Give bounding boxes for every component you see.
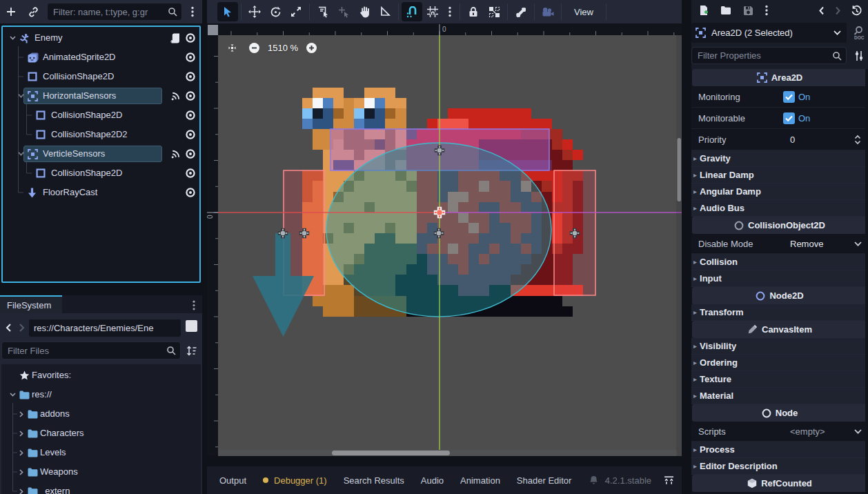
ruler-tool-button[interactable] [375, 2, 395, 21]
new-resource-button[interactable] [696, 2, 712, 19]
history-list-button[interactable] [848, 2, 865, 19]
bottom-tab-output[interactable]: Output [211, 475, 255, 486]
signal-badge[interactable] [170, 149, 181, 159]
group-editor-description[interactable]: ▸Editor Description [691, 458, 868, 475]
group-process[interactable]: ▸Process [691, 442, 868, 458]
filesystem-menu-dots[interactable] [188, 297, 200, 313]
collapse-arrow-icon[interactable] [19, 469, 23, 475]
scene-menu-dots[interactable] [186, 3, 199, 20]
bottom-tab-search[interactable]: Search Results [335, 475, 413, 486]
spin-value[interactable]: 0 [790, 135, 795, 145]
camera-override-button[interactable] [537, 2, 558, 21]
category-area2d[interactable]: Area2D [692, 69, 867, 86]
visibility-eye-icon[interactable] [185, 32, 196, 43]
move-tool-button[interactable] [244, 2, 265, 21]
expand-arrow-icon[interactable] [18, 152, 24, 156]
grid-snap-button[interactable] [422, 2, 443, 21]
visibility-toggle[interactable] [185, 168, 196, 179]
expand-arrow-icon[interactable] [10, 393, 16, 397]
visibility-toggle[interactable] [185, 71, 196, 82]
group-linear-damp[interactable]: ▸Linear Damp [691, 167, 868, 184]
bottom-tab-debugger[interactable]: Debugger (1) [255, 475, 335, 486]
zoom-in-button[interactable] [306, 43, 317, 53]
fs-display-mode-button[interactable] [186, 320, 197, 332]
position-select-button[interactable] [333, 2, 354, 21]
visibility-eye-icon[interactable] [185, 187, 196, 198]
visibility-eye-icon[interactable] [185, 71, 196, 82]
inspector-filter-input[interactable]: Filter Properties [691, 47, 847, 64]
tree-expand-arrow[interactable] [18, 152, 24, 156]
fs-nav-back-button[interactable] [3, 319, 14, 337]
fs-path-field[interactable]: res://Characters/Enemies/Ene [29, 319, 181, 337]
visibility-eye-icon[interactable] [185, 110, 196, 121]
visibility-toggle[interactable] [185, 52, 196, 63]
history-forward-button[interactable] [831, 2, 844, 19]
skeleton-button[interactable] [511, 2, 531, 21]
scene-tree-row[interactable]: AnimatedSprite2D [3, 48, 199, 67]
category-node[interactable]: Node [692, 404, 867, 422]
tree-expand-arrow[interactable] [19, 469, 23, 475]
tree-expand-arrow[interactable] [19, 450, 23, 456]
tab-filesystem[interactable]: FileSystem [0, 295, 62, 313]
signal-badge[interactable] [170, 91, 181, 101]
dropdown-value[interactable]: <empty> [790, 426, 825, 437]
zoom-percent-label[interactable]: 1510 % [268, 43, 298, 53]
visibility-toggle[interactable] [185, 32, 196, 43]
notification-bell-icon[interactable] [589, 475, 598, 485]
category-canvasitem[interactable]: CanvasItem [692, 321, 867, 338]
visibility-eye-icon[interactable] [185, 90, 196, 101]
category-node2d[interactable]: Node2D [692, 287, 867, 304]
scene-tree-row[interactable]: CollisionShape2D [3, 164, 199, 183]
visibility-eye-icon[interactable] [185, 52, 196, 63]
scene-tree-row[interactable]: CollisionShape2D2 [3, 125, 199, 144]
expand-arrow-icon[interactable] [10, 36, 16, 40]
visibility-eye-icon[interactable] [185, 148, 196, 159]
collapse-arrow-icon[interactable] [19, 488, 23, 494]
visibility-toggle[interactable] [185, 187, 196, 198]
fs-tree-row[interactable]: addons [1, 404, 201, 424]
tree-expand-arrow[interactable] [19, 431, 23, 437]
zoom-out-button[interactable] [249, 43, 259, 53]
lock-button[interactable] [463, 2, 484, 21]
collapse-arrow-icon[interactable] [19, 431, 23, 437]
view-menu-button[interactable]: View [564, 7, 603, 17]
tree-expand-arrow[interactable] [19, 411, 23, 417]
tree-expand-arrow[interactable] [18, 94, 24, 98]
checkbox-checked[interactable] [783, 91, 795, 103]
collapse-arrow-icon[interactable] [19, 411, 23, 417]
group-button[interactable] [484, 2, 504, 21]
visibility-eye-icon[interactable] [185, 168, 196, 179]
center-view-icon[interactable] [227, 43, 237, 53]
inspector-scrollbar[interactable] [865, 69, 868, 494]
scene-tree-row[interactable]: FloorRayCast [3, 183, 199, 202]
scene-tree-row[interactable]: HorizontalSensors [3, 86, 199, 106]
save-resource-button[interactable] [740, 2, 756, 19]
load-resource-button[interactable] [718, 2, 734, 19]
v-scrollbar[interactable] [678, 138, 682, 201]
collapse-arrow-icon[interactable] [19, 450, 23, 456]
visibility-eye-icon[interactable] [185, 129, 196, 140]
spinner-updown-icon[interactable] [854, 135, 861, 145]
fs-tree-row[interactable]: _extern [1, 482, 201, 494]
group-texture[interactable]: ▸Texture [691, 371, 868, 388]
node-selector[interactable]: Area2D (2 Selected) [691, 23, 847, 43]
fs-tree-row[interactable]: res:// [1, 385, 201, 404]
scene-tree-row[interactable]: CollisionShape2D [3, 106, 199, 125]
fs-tree-row[interactable]: Weapons [1, 462, 201, 482]
property-tools-button[interactable] [851, 47, 867, 64]
group-transform[interactable]: ▸Transform [691, 304, 868, 321]
pan-tool-button[interactable] [354, 2, 375, 21]
group-input[interactable]: ▸Input [691, 270, 868, 287]
fs-tree-row[interactable]: Characters [1, 424, 201, 443]
checkbox-checked[interactable] [783, 112, 795, 124]
scene-tree-row[interactable]: CollisionShape2D [3, 67, 199, 86]
bottom-tab-audio[interactable]: Audio [413, 475, 452, 486]
rotate-tool-button[interactable] [265, 2, 286, 21]
fs-nav-forward-button[interactable] [17, 319, 28, 337]
resource-menu-dots[interactable] [760, 2, 773, 19]
expand-arrow-icon[interactable] [18, 94, 24, 98]
smart-snap-button[interactable] [402, 2, 422, 21]
fs-filter-input[interactable]: Filter Files [1, 342, 181, 359]
bottom-tab-shader[interactable]: Shader Editor [509, 475, 580, 486]
select-tool-button[interactable] [217, 2, 238, 21]
